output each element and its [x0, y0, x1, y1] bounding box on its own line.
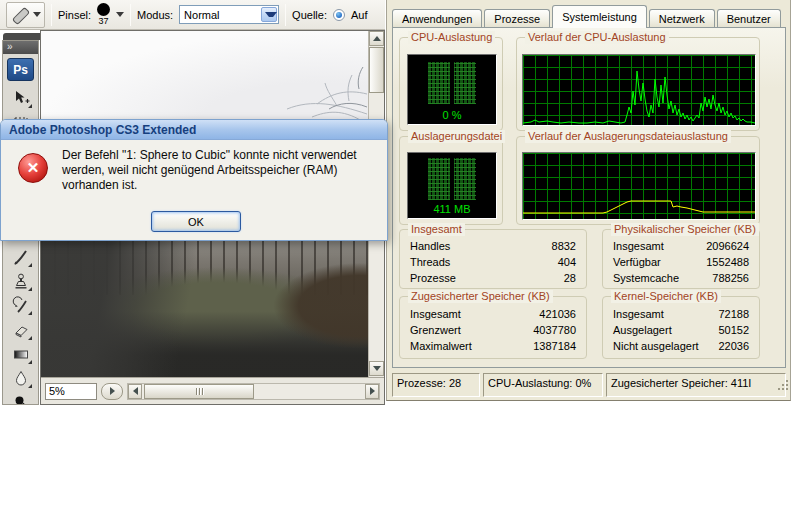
cpu-usage-group: CPU-Auslastung 0 %	[399, 37, 503, 131]
tool-preset-button[interactable]	[6, 2, 45, 28]
stat-label: Insgesamt	[613, 238, 664, 254]
arrow-down-icon	[373, 366, 381, 371]
brush-tool-button[interactable]	[9, 246, 33, 268]
cpu-usage-meter: 0 %	[407, 54, 497, 125]
stat-value: 421036	[539, 306, 576, 322]
zoom-level-input[interactable]	[45, 383, 97, 400]
scroll-left-button[interactable]	[128, 384, 142, 399]
source-radio-label: Auf	[351, 9, 368, 21]
arrow-up-icon	[373, 36, 381, 41]
stat-label: Prozesse	[410, 270, 456, 286]
dialog-title: Adobe Photoshop CS3 Extended	[1, 120, 387, 140]
pagefile-history-group: Verlauf der Auslagerungsdateiauslastung	[516, 136, 760, 225]
task-manager-tabs: Anwendungen Prozesse Systemleistung Netz…	[392, 5, 783, 28]
stat-label: Insgesamt	[410, 306, 461, 322]
ok-button[interactable]: OK	[151, 211, 241, 232]
tab-anwendungen[interactable]: Anwendungen	[392, 9, 482, 28]
totals-group-label: Insgesamt	[408, 223, 465, 236]
stat-value: 8832	[552, 238, 576, 254]
brush-label: Pinsel:	[58, 9, 91, 21]
stat-value: 72188	[718, 306, 749, 322]
pagefile-history-group-label: Verlauf der Auslagerungsdateiauslastung	[525, 130, 731, 143]
brush-size-value: 37	[99, 17, 109, 26]
stat-label: Handles	[410, 238, 450, 254]
stat-label: Verfügbar	[613, 254, 661, 270]
toolbox-collapse-chevron[interactable]: »	[3, 41, 38, 54]
kernel-memory-group: Kernel-Speicher (KB) Insgesamt72188 Ausg…	[602, 296, 760, 359]
blur-drop-icon	[12, 369, 30, 387]
tab-netzwerk[interactable]: Netzwerk	[649, 9, 715, 28]
physical-memory-group-label: Physikalischer Speicher (KB)	[611, 223, 759, 236]
stat-row: Maximalwert1387184	[410, 338, 576, 354]
scroll-down-button[interactable]	[369, 361, 384, 376]
chevron-down-icon	[265, 12, 277, 17]
stat-value: 2096624	[706, 238, 749, 254]
mode-value: Normal	[180, 9, 219, 21]
stat-label: Threads	[410, 254, 450, 270]
stat-row: Ausgelagert50152	[613, 322, 749, 338]
photoshop-options-bar: Pinsel: 37 Modus: Normal Quelle: Auf	[0, 0, 385, 30]
stat-label: Nicht ausgelagert	[613, 338, 699, 354]
task-manager-window: Anwendungen Prozesse Systemleistung Netz…	[386, 0, 791, 401]
brush-dropdown-icon[interactable]	[116, 12, 124, 17]
cpu-history-line	[523, 71, 755, 123]
stat-value: 1552488	[706, 254, 749, 270]
dialog-message: Der Befehl "1: Sphere to Cubic" konnte n…	[62, 148, 382, 193]
stat-value: 4037780	[533, 322, 576, 338]
dialog-message-line: vorhanden ist.	[62, 178, 382, 193]
proof-preview-button[interactable]	[101, 383, 123, 400]
tab-systemleistung[interactable]: Systemleistung	[552, 5, 647, 28]
physical-memory-group: Physikalischer Speicher (KB) Insgesamt20…	[602, 229, 760, 289]
gradient-icon	[12, 345, 30, 363]
brush-preview[interactable]: 37	[97, 3, 110, 26]
stat-label: Maximalwert	[410, 338, 472, 354]
toolbar-separator	[285, 4, 286, 26]
pagefile-value: 411 MB	[408, 203, 496, 215]
status-processes: Prozesse: 28	[392, 373, 480, 397]
dodge-tool-button[interactable]	[9, 391, 33, 405]
status-cpu: CPU-Auslastung: 0%	[483, 373, 603, 397]
stat-value: 788256	[712, 270, 749, 286]
brush-tool-icon	[12, 248, 30, 266]
history-brush-icon	[12, 296, 30, 314]
vertical-scroll-thumb[interactable]	[369, 47, 384, 93]
mode-label: Modus:	[137, 9, 173, 21]
gradient-tool-button[interactable]	[9, 343, 33, 365]
stat-row: Insgesamt72188	[613, 306, 749, 322]
stat-label: Grenzwert	[410, 322, 461, 338]
stat-row: Prozesse28	[410, 270, 576, 286]
stat-value: 22036	[718, 338, 749, 354]
tab-benutzer[interactable]: Benutzer	[717, 9, 781, 28]
bare-branches-art	[217, 59, 367, 121]
horizontal-scrollbar[interactable]	[127, 383, 380, 400]
eraser-tool-button[interactable]	[9, 319, 33, 341]
kernel-memory-group-label: Kernel-Speicher (KB)	[611, 290, 721, 303]
stat-row: Insgesamt2096624	[613, 238, 749, 254]
arrow-left-icon	[133, 387, 138, 395]
mode-dropdown-button[interactable]	[261, 7, 277, 22]
scroll-right-button[interactable]	[365, 384, 379, 399]
history-brush-tool-button[interactable]	[9, 294, 33, 316]
screenshot-root: Pinsel: 37 Modus: Normal Quelle: Auf » P…	[0, 0, 800, 512]
stat-value: 50152	[718, 322, 749, 338]
source-sampled-radio[interactable]	[333, 9, 345, 21]
cpu-usage-value: 0 %	[408, 109, 496, 121]
resize-grip[interactable]	[776, 378, 788, 390]
blur-tool-button[interactable]	[9, 367, 33, 389]
led-meter-segments	[428, 62, 476, 104]
scroll-up-button[interactable]	[369, 31, 384, 46]
arrow-right-icon	[370, 387, 375, 395]
pagefile-history-line	[523, 201, 755, 213]
cpu-history-chart	[522, 54, 756, 126]
error-icon: ✕	[18, 153, 48, 183]
stat-value: 404	[558, 254, 576, 270]
stat-row: Insgesamt421036	[410, 306, 576, 322]
photoshop-logo: Ps	[7, 58, 34, 81]
clone-stamp-icon	[12, 272, 30, 290]
tab-prozesse[interactable]: Prozesse	[484, 9, 550, 28]
clone-stamp-tool-button[interactable]	[9, 270, 33, 292]
dodge-icon	[12, 393, 30, 405]
horizontal-scroll-thumb[interactable]	[144, 384, 254, 399]
move-tool-button[interactable]	[9, 87, 33, 109]
mode-select[interactable]: Normal	[179, 5, 279, 24]
